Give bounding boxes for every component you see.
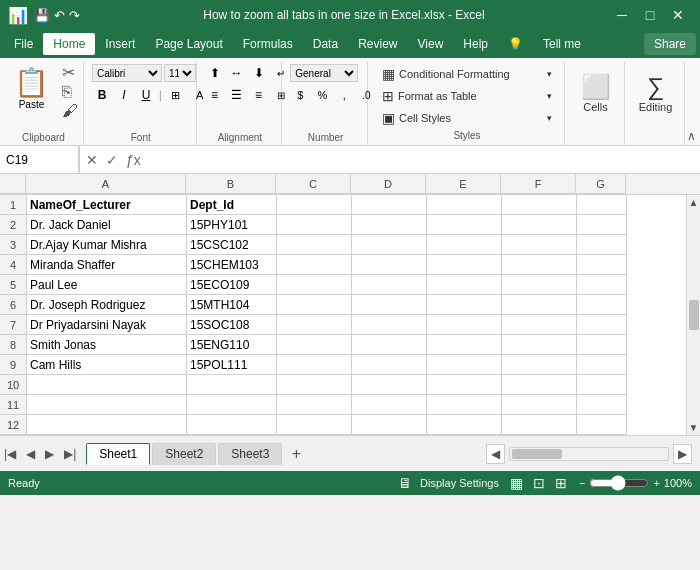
row-header-2[interactable]: 2 — [0, 215, 26, 235]
cell-g1[interactable] — [577, 195, 627, 215]
cell-d6[interactable] — [352, 295, 427, 315]
minimize-button[interactable]: ─ — [608, 0, 636, 30]
cell-f5[interactable] — [502, 275, 577, 295]
cell-e9[interactable] — [427, 355, 502, 375]
cell-b10[interactable] — [187, 375, 277, 395]
cell-b6[interactable]: 15MTH104 — [187, 295, 277, 315]
cell-e7[interactable] — [427, 315, 502, 335]
editing-button[interactable]: ∑ Editing — [633, 64, 679, 124]
menu-view[interactable]: View — [408, 33, 454, 55]
zoom-out-icon[interactable]: − — [579, 477, 585, 489]
cell-a3[interactable]: Dr.Ajay Kumar Mishra — [27, 235, 187, 255]
cell-d4[interactable] — [352, 255, 427, 275]
format-as-table-button[interactable]: ⊞ Format as Table ▾ — [376, 86, 558, 106]
cell-g4[interactable] — [577, 255, 627, 275]
cell-e6[interactable] — [427, 295, 502, 315]
cell-c9[interactable] — [277, 355, 352, 375]
cell-d2[interactable] — [352, 215, 427, 235]
cell-f10[interactable] — [502, 375, 577, 395]
cell-a10[interactable] — [27, 375, 187, 395]
cell-d12[interactable] — [352, 415, 427, 435]
cell-f12[interactable] — [502, 415, 577, 435]
cell-f7[interactable] — [502, 315, 577, 335]
paste-button[interactable]: 📋 Paste — [8, 64, 55, 112]
tab-nav-first[interactable]: |◀ — [0, 445, 20, 463]
cell-c2[interactable] — [277, 215, 352, 235]
confirm-formula-button[interactable]: ✓ — [104, 150, 120, 170]
cell-c10[interactable] — [277, 375, 352, 395]
col-header-c[interactable]: C — [276, 174, 351, 194]
cell-c5[interactable] — [277, 275, 352, 295]
menu-data[interactable]: Data — [303, 33, 348, 55]
cell-a6[interactable]: Dr. Joseph Rodriguez — [27, 295, 187, 315]
col-header-a[interactable]: A — [26, 174, 186, 194]
scroll-down-icon[interactable]: ▼ — [689, 422, 699, 433]
cell-b8[interactable]: 15ENG110 — [187, 335, 277, 355]
cell-e3[interactable] — [427, 235, 502, 255]
menu-file[interactable]: File — [4, 33, 43, 55]
col-header-b[interactable]: B — [186, 174, 276, 194]
cell-b4[interactable]: 15CHEM103 — [187, 255, 277, 275]
align-right-button[interactable]: ≡ — [249, 86, 269, 104]
zoom-in-icon[interactable]: + — [653, 477, 659, 489]
sheet-tab-sheet2[interactable]: Sheet2 — [152, 443, 216, 465]
cell-e12[interactable] — [427, 415, 502, 435]
cell-g7[interactable] — [577, 315, 627, 335]
bold-button[interactable]: B — [92, 86, 112, 104]
cell-g12[interactable] — [577, 415, 627, 435]
cell-f3[interactable] — [502, 235, 577, 255]
menu-tell-me[interactable]: Tell me — [533, 33, 591, 55]
cell-styles-dropdown-icon[interactable]: ▾ — [547, 113, 552, 123]
row-header-12[interactable]: 12 — [0, 415, 26, 435]
cut-icon[interactable]: ✂ — [61, 64, 79, 82]
cell-f4[interactable] — [502, 255, 577, 275]
cell-g6[interactable] — [577, 295, 627, 315]
cell-g11[interactable] — [577, 395, 627, 415]
sheet-tab-sheet3[interactable]: Sheet3 — [218, 443, 282, 465]
menu-share[interactable]: Share — [644, 33, 696, 55]
cell-c11[interactable] — [277, 395, 352, 415]
align-center-button[interactable]: ☰ — [227, 86, 247, 104]
cell-b5[interactable]: 15ECO109 — [187, 275, 277, 295]
cell-g8[interactable] — [577, 335, 627, 355]
row-header-8[interactable]: 8 — [0, 335, 26, 355]
cell-a9[interactable]: Cam Hills — [27, 355, 187, 375]
page-layout-view-button[interactable]: ⊡ — [529, 474, 549, 492]
currency-button[interactable]: $ — [290, 86, 310, 104]
menu-formulas[interactable]: Formulas — [233, 33, 303, 55]
cell-f11[interactable] — [502, 395, 577, 415]
col-header-f[interactable]: F — [501, 174, 576, 194]
cell-d3[interactable] — [352, 235, 427, 255]
cell-b11[interactable] — [187, 395, 277, 415]
redo-icon[interactable]: ↷ — [69, 8, 80, 23]
format-painter-icon[interactable]: 🖌 — [61, 102, 79, 120]
number-format-select[interactable]: General — [290, 64, 358, 82]
align-middle-button[interactable]: ↔ — [227, 64, 247, 82]
font-size-select[interactable]: 11 — [164, 64, 196, 82]
cell-g3[interactable] — [577, 235, 627, 255]
cell-d11[interactable] — [352, 395, 427, 415]
scroll-up-icon[interactable]: ▲ — [689, 197, 699, 208]
tab-nav-prev[interactable]: ◀ — [22, 445, 39, 463]
collapse-ribbon-button[interactable]: ∧ — [687, 129, 696, 143]
zoom-slider[interactable] — [589, 475, 649, 491]
cell-f1[interactable] — [502, 195, 577, 215]
cell-b12[interactable] — [187, 415, 277, 435]
add-sheet-button[interactable]: + — [284, 443, 308, 465]
format-as-table-dropdown-icon[interactable]: ▾ — [547, 91, 552, 101]
cell-g2[interactable] — [577, 215, 627, 235]
cell-d5[interactable] — [352, 275, 427, 295]
cell-a12[interactable] — [27, 415, 187, 435]
row-header-11[interactable]: 11 — [0, 395, 26, 415]
row-header-4[interactable]: 4 — [0, 255, 26, 275]
cell-d9[interactable] — [352, 355, 427, 375]
cell-f8[interactable] — [502, 335, 577, 355]
cancel-formula-button[interactable]: ✕ — [84, 150, 100, 170]
col-header-g[interactable]: G — [576, 174, 626, 194]
menu-insert[interactable]: Insert — [95, 33, 145, 55]
page-break-view-button[interactable]: ⊞ — [551, 474, 571, 492]
cell-e10[interactable] — [427, 375, 502, 395]
cell-g5[interactable] — [577, 275, 627, 295]
cell-e4[interactable] — [427, 255, 502, 275]
fill-color-button[interactable]: A — [189, 86, 211, 104]
